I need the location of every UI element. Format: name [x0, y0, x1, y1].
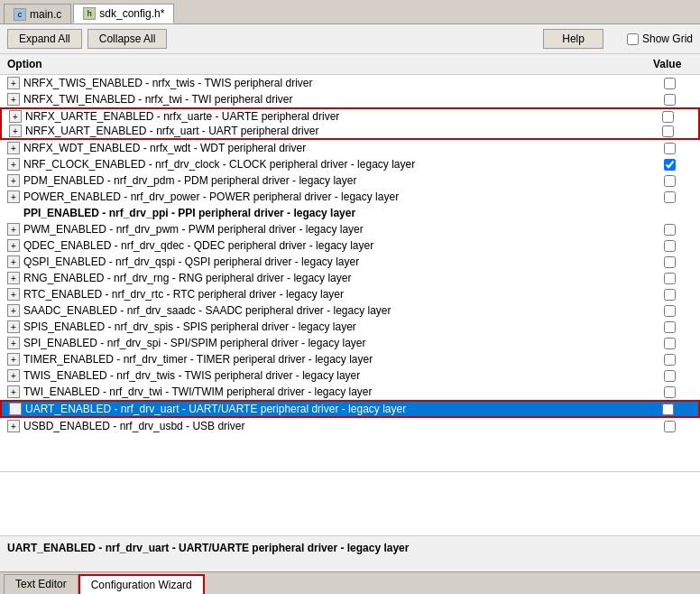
table-row[interactable]: +QSPI_ENABLED - nrf_drv_qspi - QSPI peri… — [0, 254, 700, 270]
row-checkbox[interactable] — [664, 421, 676, 432]
row-value-cell — [646, 256, 700, 268]
h-file-icon: h — [83, 7, 96, 20]
show-grid-label[interactable]: Show Grid — [642, 32, 693, 45]
row-value-cell — [646, 240, 700, 252]
table-row[interactable]: +NRFX_TWIS_ENABLED - nrfx_twis - TWIS pe… — [0, 75, 700, 91]
row-checkbox[interactable] — [662, 404, 674, 415]
table-row[interactable]: +TWI_ENABLED - nrf_drv_twi - TWI/TWIM pe… — [0, 384, 700, 400]
expand-button[interactable]: + — [7, 337, 20, 349]
tree-header: Option Value — [0, 54, 700, 75]
expand-button[interactable]: + — [7, 190, 20, 203]
table-row[interactable]: +NRFX_UART_ENABLED - nrfx_uart - UART pe… — [0, 124, 700, 140]
table-row[interactable]: +NRFX_WDT_ENABLED - nrfx_wdt - WDT perip… — [0, 140, 700, 156]
expand-button[interactable]: + — [7, 142, 20, 154]
expand-button[interactable]: + — [9, 403, 22, 415]
row-value-cell — [646, 175, 700, 187]
status-text: UART_ENABLED - nrf_drv_uart - UART/UARTE… — [7, 542, 409, 554]
show-grid-area: Show Grid — [627, 32, 693, 45]
expand-button[interactable]: + — [7, 158, 20, 171]
table-row[interactable]: +SPI_ENABLED - nrf_drv_spi - SPI/SPIM pe… — [0, 335, 700, 351]
row-label: POWER_ENABLED - nrf_drv_power - POWER pe… — [23, 190, 399, 203]
show-grid-checkbox[interactable] — [627, 33, 639, 45]
row-checkbox[interactable] — [664, 289, 676, 301]
table-row[interactable]: +POWER_ENABLED - nrf_drv_power - POWER p… — [0, 189, 700, 205]
row-checkbox[interactable] — [664, 191, 676, 203]
table-row[interactable]: +USBD_ENABLED - nrf_drv_usbd - USB drive… — [0, 418, 700, 434]
tab-bar: c main.c h sdk_config.h* — [0, 0, 700, 24]
row-checkbox[interactable] — [664, 321, 676, 333]
row-checkbox[interactable] — [662, 111, 674, 123]
row-value-cell — [644, 404, 698, 415]
table-row[interactable]: +PDM_ENABLED - nrf_drv_pdm - PDM periphe… — [0, 172, 700, 189]
bottom-tab-1[interactable]: Configuration Wizard — [78, 574, 205, 594]
row-checkbox[interactable] — [664, 240, 676, 252]
row-checkbox[interactable] — [664, 224, 676, 236]
row-checkbox[interactable] — [662, 125, 674, 137]
row-value-cell — [644, 125, 698, 137]
row-label: NRFX_WDT_ENABLED - nrfx_wdt - WDT periph… — [23, 142, 306, 154]
row-checkbox[interactable] — [664, 305, 676, 317]
expand-button[interactable]: + — [7, 174, 20, 187]
row-label: NRFX_UARTE_ENABLED - nrfx_uarte - UARTE … — [25, 110, 339, 123]
help-button[interactable]: Help — [543, 29, 603, 49]
bottom-tab-0[interactable]: Text Editor — [4, 574, 78, 594]
tree-body[interactable]: +NRFX_TWIS_ENABLED - nrfx_twis - TWIS pe… — [0, 75, 700, 472]
table-row[interactable]: +RTC_ENABLED - nrf_drv_rtc - RTC periphe… — [0, 286, 700, 302]
row-value-cell — [646, 386, 700, 398]
row-checkbox[interactable] — [664, 386, 676, 398]
row-value-cell — [646, 191, 700, 203]
row-checkbox[interactable] — [664, 256, 676, 268]
collapse-all-button[interactable]: Collapse All — [88, 29, 168, 49]
tab-sdk-config[interactable]: h sdk_config.h* — [73, 4, 174, 23]
row-checkbox[interactable] — [664, 94, 676, 106]
row-checkbox[interactable] — [664, 338, 676, 349]
expand-button[interactable]: + — [7, 369, 20, 382]
row-label: RTC_ENABLED - nrf_drv_rtc - RTC peripher… — [23, 288, 344, 301]
row-checkbox[interactable] — [664, 143, 676, 154]
row-label: QDEC_ENABLED - nrf_drv_qdec - QDEC perip… — [23, 239, 373, 252]
expand-button[interactable]: + — [7, 420, 20, 432]
expand-button[interactable]: + — [7, 93, 20, 106]
expand-button[interactable]: + — [7, 223, 20, 236]
status-bar: UART_ENABLED - nrf_drv_uart - UART/UARTE… — [0, 535, 700, 571]
table-row[interactable]: +NRF_CLOCK_ENABLED - nrf_drv_clock - CLO… — [0, 156, 700, 172]
expand-button[interactable]: + — [7, 77, 20, 89]
toolbar: Expand All Collapse All Help Show Grid — [0, 24, 700, 54]
row-label: USBD_ENABLED - nrf_drv_usbd - USB driver — [23, 420, 244, 432]
main-content: Option Value +NRFX_TWIS_ENABLED - nrfx_t… — [0, 54, 700, 535]
row-value-cell — [646, 224, 700, 236]
table-row[interactable]: +TWIS_ENABLED - nrf_drv_twis - TWIS peri… — [0, 367, 700, 384]
row-label: NRFX_UART_ENABLED - nrfx_uart - UART per… — [25, 125, 318, 137]
table-row[interactable]: +QDEC_ENABLED - nrf_drv_qdec - QDEC peri… — [0, 237, 700, 254]
expand-button[interactable]: + — [7, 304, 20, 317]
row-value-cell — [644, 111, 698, 123]
table-row[interactable]: +TIMER_ENABLED - nrf_drv_timer - TIMER p… — [0, 351, 700, 367]
table-row[interactable]: +RNG_ENABLED - nrf_drv_rng - RNG periphe… — [0, 270, 700, 286]
table-row[interactable]: +UART_ENABLED - nrf_drv_uart - UART/UART… — [0, 400, 700, 418]
table-row[interactable]: +NRFX_UARTE_ENABLED - nrfx_uarte - UARTE… — [0, 107, 700, 124]
row-checkbox[interactable] — [664, 175, 676, 187]
expand-button[interactable]: + — [7, 385, 20, 398]
expand-button[interactable]: + — [9, 110, 22, 123]
row-checkbox[interactable] — [664, 354, 676, 366]
table-row[interactable]: +SAADC_ENABLED - nrf_drv_saadc - SAADC p… — [0, 302, 700, 319]
row-value-cell — [646, 370, 700, 382]
expand-button[interactable]: + — [7, 288, 20, 301]
expand-button[interactable]: + — [7, 239, 20, 252]
expand-button[interactable]: + — [7, 255, 20, 268]
expand-button[interactable]: + — [9, 125, 22, 137]
expand-button[interactable]: + — [7, 320, 20, 333]
table-row[interactable]: PPI_ENABLED - nrf_drv_ppi - PPI peripher… — [0, 205, 700, 221]
row-label: SPIS_ENABLED - nrf_drv_spis - SPIS perip… — [23, 320, 356, 333]
expand-button[interactable]: + — [7, 353, 20, 366]
tab-main-c[interactable]: c main.c — [4, 4, 71, 23]
table-row[interactable]: +PWM_ENABLED - nrf_drv_pwm - PWM periphe… — [0, 221, 700, 237]
expand-all-button[interactable]: Expand All — [7, 29, 82, 49]
row-checkbox[interactable] — [664, 78, 676, 89]
row-checkbox[interactable] — [664, 370, 676, 382]
table-row[interactable]: +NRFX_TWI_ENABLED - nrfx_twi - TWI perip… — [0, 91, 700, 107]
row-checkbox[interactable] — [664, 159, 676, 171]
row-checkbox[interactable] — [664, 273, 676, 284]
expand-button[interactable]: + — [7, 272, 20, 284]
table-row[interactable]: +SPIS_ENABLED - nrf_drv_spis - SPIS peri… — [0, 319, 700, 335]
